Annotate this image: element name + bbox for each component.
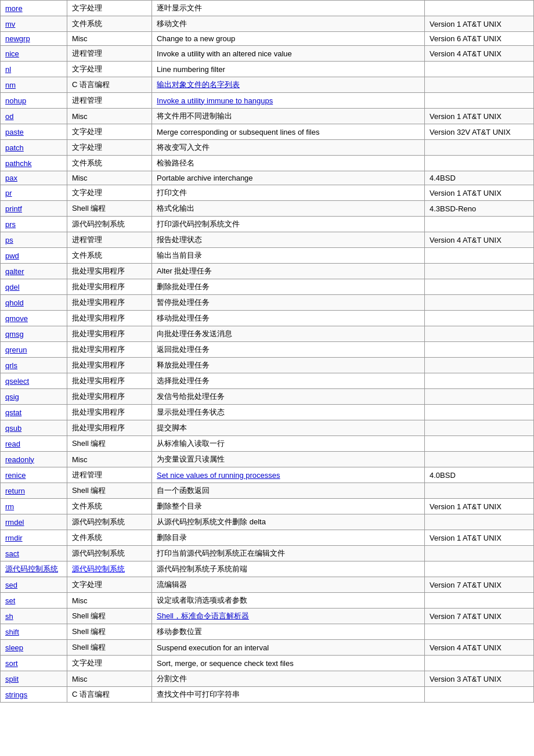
cmd-link[interactable]: more <box>5 4 23 13</box>
cmd-link[interactable]: prs <box>5 220 16 229</box>
cmd-link[interactable]: newgrp <box>5 34 30 43</box>
cat-cell: 源代码控制系统 <box>67 514 151 530</box>
cmd-link[interactable]: rm <box>5 502 14 511</box>
cmd-link[interactable]: ps <box>5 236 13 244</box>
desc-cell: 打印文件 <box>152 185 425 201</box>
cat-link[interactable]: 源代码控制系统 <box>72 564 125 573</box>
cmd-link[interactable]: nm <box>5 81 16 89</box>
table-row: sed文字处理流编辑器Version 7 AT&T UNIX <box>1 577 534 593</box>
ver-cell <box>425 593 534 609</box>
cmd-cell: od <box>1 109 67 124</box>
cmd-link[interactable]: qmsg <box>5 330 24 339</box>
cmd-link[interactable]: sed <box>5 581 17 589</box>
cmd-link[interactable]: pr <box>5 189 12 197</box>
cmd-link[interactable]: 源代码控制系统 <box>5 564 58 573</box>
cmd-cell: return <box>1 483 67 499</box>
ver-cell <box>425 279 534 295</box>
cmd-link[interactable]: qsig <box>5 393 19 401</box>
cmd-cell: qsig <box>1 389 67 405</box>
cmd-link[interactable]: mv <box>5 20 15 28</box>
cat-cell: 进程管理 <box>67 232 151 248</box>
cmd-link[interactable]: split <box>5 675 19 683</box>
cmd-cell: nohup <box>1 93 67 109</box>
desc-link[interactable]: 输出对象文件的名字列表 <box>157 80 240 89</box>
cat-cell: Shell 编程 <box>67 483 151 499</box>
cat-cell: 进程管理 <box>67 467 151 483</box>
cmd-cell: sh <box>1 609 67 624</box>
cmd-link[interactable]: nice <box>5 49 19 58</box>
cmd-link[interactable]: sh <box>5 612 13 621</box>
cmd-cell: sed <box>1 577 67 593</box>
cmd-link[interactable]: qrls <box>5 361 17 370</box>
cat-cell: Misc <box>67 109 151 124</box>
cmd-link[interactable]: patch <box>5 143 24 152</box>
cmd-link[interactable]: qhold <box>5 298 24 307</box>
cmd-link[interactable]: strings <box>5 690 27 699</box>
desc-cell: 流编辑器 <box>152 577 425 593</box>
cmd-cell: pwd <box>1 248 67 264</box>
cmd-link[interactable]: sleep <box>5 643 23 652</box>
ver-cell <box>425 420 534 436</box>
cmd-link[interactable]: qrerun <box>5 345 27 354</box>
cmd-link[interactable]: printf <box>5 204 22 213</box>
cmd-link[interactable]: readonly <box>5 455 34 464</box>
cmd-link[interactable]: nl <box>5 65 11 74</box>
cmd-link[interactable]: pathchk <box>5 159 32 168</box>
ver-cell <box>425 326 534 342</box>
desc-cell: Shell，标准命令语言解析器 <box>152 609 425 624</box>
desc-cell: Suspend execution for an interval <box>152 640 425 656</box>
cmd-link[interactable]: od <box>5 112 13 121</box>
table-row: pwd文件系统输出当前目录 <box>1 248 534 264</box>
cmd-link[interactable]: rmdir <box>5 534 23 542</box>
cmd-link[interactable]: qmove <box>5 314 28 323</box>
desc-link[interactable]: Set nice values of running processes <box>157 471 280 480</box>
desc-cell: 源代码控制系统子系统前端 <box>152 561 425 577</box>
cmd-cell: qstat <box>1 405 67 420</box>
cmd-link[interactable]: paste <box>5 128 24 136</box>
cmd-link[interactable]: sort <box>5 659 18 668</box>
cat-cell: Shell 编程 <box>67 609 151 624</box>
desc-link[interactable]: Shell，标准命令语言解析器 <box>157 611 249 620</box>
cmd-link[interactable]: renice <box>5 471 26 480</box>
cmd-link[interactable]: qalter <box>5 267 24 276</box>
table-row: 源代码控制系统源代码控制系统源代码控制系统子系统前端 <box>1 561 534 577</box>
ver-cell: Version 1 AT&T UNIX <box>425 185 534 201</box>
desc-cell: 为变量设置只读属性 <box>152 452 425 467</box>
desc-cell: 输出当前目录 <box>152 248 425 264</box>
ver-cell <box>425 389 534 405</box>
cat-cell: 进程管理 <box>67 46 151 62</box>
desc-cell: 发信号给批处理任务 <box>152 389 425 405</box>
cmd-link[interactable]: shift <box>5 628 19 636</box>
cmd-link[interactable]: qsub <box>5 424 21 433</box>
cmd-link[interactable]: qselect <box>5 377 29 386</box>
ver-cell <box>425 248 534 264</box>
desc-cell: 检验路径名 <box>152 156 425 171</box>
desc-cell: 将文件用不同进制输出 <box>152 109 425 124</box>
desc-cell: 显示批处理任务状态 <box>152 405 425 420</box>
cmd-link[interactable]: qdel <box>5 283 20 291</box>
cmd-cell: set <box>1 593 67 609</box>
cmd-link[interactable]: sact <box>5 549 19 558</box>
cmd-link[interactable]: read <box>5 440 20 448</box>
cat-cell: 批处理实用程序 <box>67 420 151 436</box>
table-row: shShell 编程Shell，标准命令语言解析器Version 7 AT&T … <box>1 609 534 624</box>
cmd-cell: pax <box>1 171 67 185</box>
cmd-link[interactable]: pwd <box>5 251 19 260</box>
cmd-cell: ps <box>1 232 67 248</box>
cmd-link[interactable]: qstat <box>5 408 21 417</box>
cmd-link[interactable]: pax <box>5 174 17 182</box>
cmd-link[interactable]: set <box>5 596 15 605</box>
cmd-link[interactable]: rmdel <box>5 518 24 527</box>
cmd-cell: patch <box>1 140 67 156</box>
ver-cell <box>425 93 534 109</box>
cmd-link[interactable]: return <box>5 487 25 495</box>
cmd-link[interactable]: nohup <box>5 96 26 105</box>
cat-cell: 文字处理 <box>67 656 151 671</box>
ver-cell: Version 1 AT&T UNIX <box>425 16 534 32</box>
desc-cell: 将改变写入文件 <box>152 140 425 156</box>
desc-cell: Portable archive interchange <box>152 171 425 185</box>
ver-cell <box>425 656 534 671</box>
desc-link[interactable]: Invoke a utility immune to hangups <box>157 96 273 105</box>
table-row: printfShell 编程格式化输出4.3BSD-Reno <box>1 201 534 217</box>
cat-cell: Shell 编程 <box>67 640 151 656</box>
